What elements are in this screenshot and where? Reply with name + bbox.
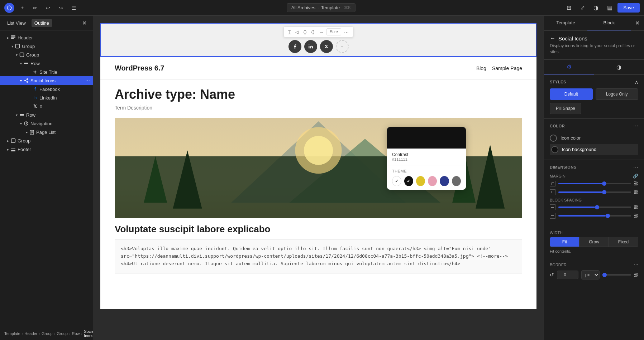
- grow-button[interactable]: Grow: [579, 237, 609, 247]
- border-slider-track[interactable]: [602, 274, 631, 276]
- undo-button[interactable]: ↩: [43, 3, 53, 13]
- block-spacing-track-1[interactable]: [558, 207, 631, 208]
- tab-list-view[interactable]: List View: [4, 19, 29, 27]
- add-social-icon-button[interactable]: +: [336, 40, 349, 53]
- toolbar-code-button[interactable]: ⟨⟩: [310, 29, 316, 35]
- margin-thumb-2[interactable]: [602, 190, 606, 194]
- toolbar-list-button[interactable]: ⟨⟩: [302, 29, 308, 35]
- linkedin-icon[interactable]: [304, 40, 317, 53]
- block-spacing-track-2[interactable]: [558, 215, 631, 217]
- swatch-navy[interactable]: [440, 176, 449, 186]
- icon-color-label: Icon color: [560, 135, 581, 141]
- toolbar-transform-button[interactable]: ◁: [294, 29, 300, 35]
- contrast-button[interactable]: ◑: [590, 2, 602, 14]
- tree-item-footer[interactable]: ▸ Footer: [0, 145, 93, 154]
- margin-link-button[interactable]: 🔗: [633, 174, 638, 179]
- view-mode-button[interactable]: ⊞: [563, 2, 574, 14]
- block-spacing-link-2[interactable]: ⛓: [634, 213, 638, 218]
- crumb-group1[interactable]: Group: [42, 331, 53, 336]
- facebook-icon[interactable]: [288, 40, 301, 53]
- toolbar-align-button[interactable]: ⌶: [287, 29, 292, 35]
- toolbar-more-button[interactable]: ⋯: [343, 29, 350, 35]
- toolbar-size-button[interactable]: Size: [326, 28, 341, 35]
- default-style-button[interactable]: Default: [550, 88, 593, 100]
- margin-thumb-1[interactable]: [602, 181, 606, 186]
- border-reset-button[interactable]: ↺: [550, 272, 554, 278]
- fixed-button[interactable]: Fixed: [609, 237, 638, 247]
- border-options-button[interactable]: ⋯: [634, 262, 638, 267]
- tree-item-group2[interactable]: ▾ Group: [0, 50, 93, 59]
- margin-track-1[interactable]: [558, 183, 631, 184]
- styles-expand-button[interactable]: ∧: [635, 79, 638, 85]
- panel-close-button[interactable]: ✕: [80, 19, 89, 27]
- tree-item-social-icons[interactable]: ▾ Social Icons ⋯: [0, 76, 93, 85]
- tree-item-group3[interactable]: ▸ Group: [0, 136, 93, 145]
- redo-button[interactable]: ↪: [56, 3, 66, 13]
- tree-item-header[interactable]: ▸ Header: [0, 33, 93, 42]
- crumb-row[interactable]: Row: [72, 331, 80, 336]
- add-block-button[interactable]: ＋: [17, 3, 27, 13]
- border-value-input[interactable]: [557, 271, 578, 279]
- settings-tab-button[interactable]: ⚙: [544, 60, 594, 74]
- tree-label-facebook: Facebook: [39, 87, 60, 92]
- fullscreen-button[interactable]: ⤢: [577, 2, 588, 14]
- style-tab-button[interactable]: ◑: [594, 60, 644, 74]
- nav-blog[interactable]: Blog: [476, 65, 486, 71]
- pill-shape-button[interactable]: Pill Shape: [550, 103, 581, 114]
- edit-button[interactable]: ✏: [30, 3, 40, 13]
- back-arrow-button[interactable]: ←: [550, 35, 555, 42]
- dimensions-expand-button[interactable]: ⋯: [633, 164, 638, 170]
- color-expand-button[interactable]: ⋯: [633, 123, 638, 129]
- crumb-header[interactable]: Header: [24, 331, 37, 336]
- logos-only-style-button[interactable]: Logos Only: [596, 88, 639, 100]
- block-spacing-thumb-1[interactable]: [595, 205, 599, 209]
- nav-sample-page[interactable]: Sample Page: [492, 65, 522, 71]
- sidebar-toggle-button[interactable]: ▤: [604, 2, 615, 14]
- fit-button[interactable]: Fit: [550, 237, 579, 247]
- crumb-template[interactable]: Template: [4, 331, 20, 336]
- swatch-yellow[interactable]: [416, 176, 425, 186]
- archive-title: Archive type: Name: [115, 87, 522, 102]
- icon-background-row[interactable]: Icon background: [550, 144, 638, 155]
- social-icons-more-button[interactable]: ⋯: [85, 78, 90, 83]
- swatch-pink[interactable]: [428, 176, 437, 186]
- crumb-group2[interactable]: Group: [57, 331, 68, 336]
- margin-icon2: [550, 189, 555, 195]
- margin-link-2[interactable]: ⛓: [634, 190, 638, 195]
- block-spacing-slider-1: ⛓: [550, 204, 638, 210]
- margin-link-1[interactable]: ⛓: [634, 181, 638, 186]
- swatch-contrast[interactable]: ✓ Contrast: [404, 176, 413, 186]
- border-unit-select[interactable]: px % em: [581, 270, 600, 280]
- settings-style-tabs: ⚙ ◑: [544, 60, 644, 75]
- list-view-button[interactable]: ☰: [69, 3, 79, 13]
- tree-item-group1[interactable]: ▾ Group: [0, 42, 93, 50]
- tree-item-facebook[interactable]: f Facebook: [0, 85, 93, 93]
- icon-color-row[interactable]: Icon color: [550, 132, 638, 144]
- canvas-area[interactable]: ⌶ ◁ ⟨⟩ ⟨⟩ → Size ⋯: [93, 16, 544, 340]
- tree-item-navigation[interactable]: ▾ Navigation: [0, 119, 93, 128]
- swatch-gray[interactable]: [452, 176, 461, 186]
- tree-outline: ▸ Header ▾ Group ▾: [0, 30, 93, 327]
- tree-item-row2[interactable]: ▾ Row: [0, 111, 93, 119]
- margin-track-2[interactable]: [558, 191, 631, 193]
- block-spacing-thumb-2[interactable]: [606, 214, 610, 218]
- tree-item-site-title[interactable]: Site Title: [0, 68, 93, 76]
- x-icon[interactable]: 𝕏: [320, 40, 333, 53]
- border-link-button[interactable]: ⛓: [634, 272, 638, 277]
- breadcrumb-bar[interactable]: All Archives · Template ⌘K: [287, 3, 356, 12]
- tree-item-row1[interactable]: ▾ Row: [0, 59, 93, 68]
- border-slider-thumb[interactable]: [602, 273, 607, 277]
- block-spacing-link-1[interactable]: ⛓: [634, 205, 638, 210]
- tab-block[interactable]: Block: [587, 16, 631, 30]
- color-hex-value: #111111: [392, 157, 461, 161]
- tab-outline[interactable]: Outline: [32, 19, 52, 27]
- toolbar-direction-button[interactable]: →: [318, 29, 325, 35]
- save-button[interactable]: Save: [617, 3, 640, 13]
- group1-icon: [15, 43, 20, 49]
- swatch-white[interactable]: [392, 176, 401, 186]
- tree-item-page-list[interactable]: ▸ Page List: [0, 128, 93, 136]
- tab-template[interactable]: Template: [544, 16, 587, 30]
- tree-item-linkedin[interactable]: in Linkedin: [0, 93, 93, 102]
- right-panel-close-button[interactable]: ✕: [631, 17, 644, 29]
- tree-item-x[interactable]: 𝕏 X: [0, 102, 93, 111]
